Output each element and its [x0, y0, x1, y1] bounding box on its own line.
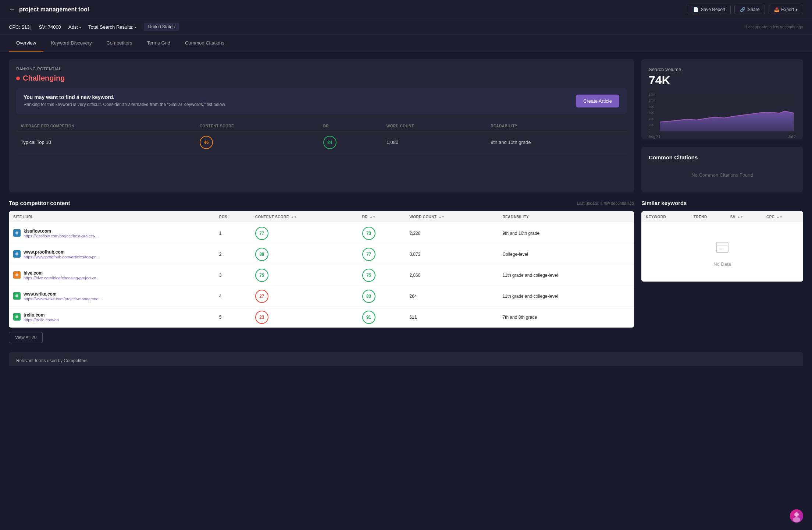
keywords-table: KEYWORD TREND SV ▲▼ CPC [641, 211, 803, 223]
table-row: www.wrike.com https://www.wrike.com/proj… [9, 286, 634, 307]
competitors-table: SITE / URL POS CONTENT SCORE ▲▼ DR ▲▼ [9, 211, 634, 328]
stats-readability: 9th and 10th grade [486, 131, 627, 153]
top-row: Ranking Potential Challenging You may wa… [9, 59, 803, 192]
challenging-title: Challenging [16, 74, 627, 82]
content-score-cell: 88 [251, 244, 358, 265]
content-score-cell: 77 [251, 223, 358, 244]
tab-common-citations[interactable]: Common Citations [178, 35, 232, 52]
tab-competitors[interactable]: Competitors [99, 35, 139, 52]
kw-col-sv: SV ▲▼ [726, 211, 762, 223]
site-cell: www.proofhub.com https://www.proofhub.co… [9, 244, 215, 265]
tab-keyword-discovery[interactable]: Keyword Discovery [43, 35, 99, 52]
dr-badge: 83 [362, 290, 375, 303]
cpc-sort-icon[interactable]: ▲▼ [776, 216, 783, 219]
dr-badge: 75 [362, 269, 375, 282]
sv-metric: SV: 74000 [39, 24, 61, 30]
tab-terms-grid[interactable]: Terms Grid [140, 35, 178, 52]
comp-col-pos: POS [215, 211, 251, 223]
comp-col-site: SITE / URL [9, 211, 215, 223]
save-icon: 📄 [693, 7, 699, 12]
pos-cell: 3 [215, 265, 251, 286]
word-count-cell: 2,868 [405, 265, 498, 286]
table-row: www.proofhub.com https://www.proofhub.co… [9, 244, 634, 265]
country-badge[interactable]: United States [144, 23, 179, 31]
table-row: trello.com https://trello.com/en 5 23 91… [9, 307, 634, 328]
header: ← project management tool 📄 Save Report … [0, 0, 812, 19]
stats-content-score: 46 [195, 131, 319, 153]
pos-cell: 2 [215, 244, 251, 265]
svg-text:100K: 100K [649, 99, 656, 102]
dr-badge: 77 [362, 248, 375, 261]
similar-keywords-title: Similar keywords [641, 200, 687, 206]
site-favicon [13, 271, 21, 279]
site-url[interactable]: https://kissflow.com/project/best-projec… [24, 234, 99, 238]
chart-label-aug: Aug 21 [649, 135, 660, 139]
view-all-button[interactable]: View All 20 [9, 332, 43, 343]
svg-point-15 [15, 273, 18, 276]
svg-point-17 [15, 315, 18, 318]
svg-point-23 [794, 512, 799, 517]
site-url[interactable]: https://hive.com/blog/choosing-project-m… [24, 276, 100, 280]
kw-col-cpc: CPC ▲▼ [762, 211, 803, 223]
readability-cell: 7th and 8th grade [498, 307, 634, 328]
back-button[interactable]: ← [9, 6, 15, 13]
metrics-bar: CPC: $13| SV: 74000 Ads: - Total Search … [0, 19, 812, 35]
no-data-icon [713, 238, 731, 258]
site-url[interactable]: https://trello.com/en [24, 318, 59, 322]
ads-metric: Ads: - [68, 24, 81, 30]
readability-cell: 11th grade and college-level [498, 265, 634, 286]
svg-marker-12 [660, 111, 794, 131]
dr-badge: 91 [362, 311, 375, 324]
competitors-title: Top competitor content [9, 200, 70, 206]
site-cell: kissflow.com https://kissflow.com/projec… [9, 223, 215, 244]
search-volume-card: Search Volume 74K 120K 100K 80K 60K 40K … [641, 59, 803, 139]
content-score-sort-icon[interactable]: ▲▼ [291, 216, 297, 219]
sv-sort-icon[interactable]: ▲▼ [737, 216, 744, 219]
svg-point-24 [793, 517, 800, 522]
col-content-score: CONTENT SCORE [195, 121, 319, 131]
word-count-cell: 3,872 [405, 244, 498, 265]
last-update-header: Last update: a few seconds ago [746, 25, 803, 29]
create-article-button[interactable]: Create Article [576, 95, 619, 107]
dr-sort-icon[interactable]: ▲▼ [370, 216, 376, 219]
svg-point-14 [15, 252, 18, 255]
stats-row-label: Typical Top 10 [16, 131, 195, 153]
col-readability: READABILITY [486, 121, 627, 131]
site-favicon [13, 313, 21, 321]
tab-overview[interactable]: Overview [9, 35, 43, 52]
word-count-sort-icon[interactable]: ▲▼ [438, 216, 445, 219]
competitors-last-update: Last update: a few seconds ago [577, 201, 634, 205]
svg-text:60K: 60K [649, 111, 654, 114]
content-score-circle: 46 [200, 136, 213, 149]
export-button[interactable]: 📤 Export ▾ [769, 5, 803, 14]
save-report-button[interactable]: 📄 Save Report [688, 5, 731, 14]
competitors-header: Top competitor content Last update: a fe… [9, 200, 634, 206]
dr-cell: 75 [358, 265, 405, 286]
site-name: kissflow.com [24, 229, 99, 234]
col-dr: DR [319, 121, 382, 131]
right-panel: Search Volume 74K 120K 100K 80K 60K 40K … [641, 59, 803, 192]
search-volume-label: Search Volume [649, 67, 796, 72]
table-row: hive.com https://hive.com/blog/choosing-… [9, 265, 634, 286]
kw-col-keyword: KEYWORD [641, 211, 689, 223]
similar-keywords-section: Similar keywords KEYWORD TREND SV ▲▼ [641, 200, 803, 343]
content-score-cell: 23 [251, 307, 358, 328]
content-score-cell: 27 [251, 286, 358, 307]
ranking-potential-label: Ranking Potential [16, 67, 627, 71]
word-count-cell: 2,228 [405, 223, 498, 244]
share-button[interactable]: 🔗 Share [734, 5, 765, 14]
svg-point-16 [15, 294, 18, 297]
export-icon: 📤 [774, 7, 780, 12]
col-avg-competition: AVERAGE PER COMPETION [16, 121, 195, 131]
site-cell: trello.com https://trello.com/en [9, 307, 215, 328]
footer-label: Relevant terms used by Competitors [16, 358, 88, 363]
no-citations-message: No Common Citations Found [649, 165, 796, 185]
site-favicon [13, 229, 21, 237]
word-count-cell: 611 [405, 307, 498, 328]
site-url[interactable]: https://www.wrike.com/project-manageme..… [24, 297, 102, 301]
header-left: ← project management tool [9, 6, 89, 13]
stats-table: AVERAGE PER COMPETION CONTENT SCORE DR W… [16, 121, 627, 154]
similar-keywords-card: KEYWORD TREND SV ▲▼ CPC [641, 211, 803, 282]
site-url[interactable]: https://www.proofhub.com/articles/top-pr… [24, 255, 99, 259]
avatar[interactable] [790, 509, 803, 523]
